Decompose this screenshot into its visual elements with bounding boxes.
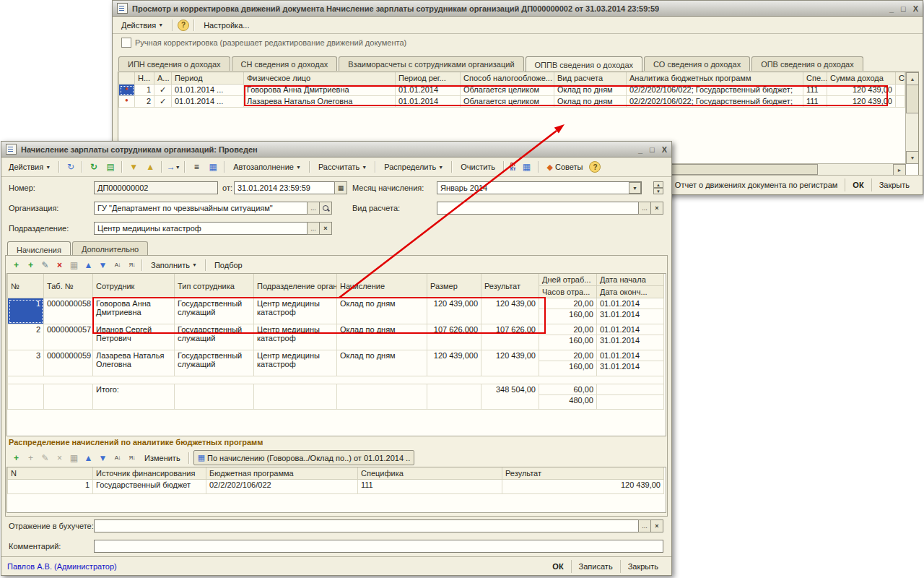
save-button[interactable]: Записать [571, 560, 620, 573]
movements-actions-menu[interactable]: Действия▼ [117, 20, 167, 31]
minimize-icon[interactable]: _ [638, 145, 642, 154]
move-down-icon[interactable]: ▼ [97, 259, 109, 272]
maximize-icon[interactable]: □ [901, 4, 906, 13]
record-mark-icon[interactable]: ● [119, 85, 135, 96]
dist-add-row-icon[interactable]: + [10, 452, 22, 465]
month-spin-up-icon[interactable]: ▲ [653, 181, 663, 188]
dist-edit-row-icon[interactable]: ✎ [39, 452, 51, 465]
fill-in-icon[interactable]: ▼ [126, 160, 141, 173]
dist-sort-asc-icon[interactable]: А↓ [111, 452, 123, 465]
manual-correction-checkbox[interactable] [121, 38, 131, 48]
dist-copy-row-icon[interactable]: + [25, 452, 37, 465]
calendar-icon[interactable]: ▦ [334, 181, 347, 194]
save-rows-icon[interactable]: ▦ [68, 259, 80, 272]
help-icon[interactable]: ? [589, 161, 601, 173]
tab-sn[interactable]: СН сведения о доходах [232, 56, 338, 71]
minimize-icon[interactable]: _ [889, 4, 894, 13]
dist-filter-button[interactable]: ▦ По начислению (Говорова../Оклад по..) … [193, 450, 415, 465]
clear-button[interactable]: Очистить [456, 160, 500, 174]
document-titlebar[interactable]: Начисление зарплаты сотрудникам организа… [1, 142, 671, 158]
refresh-icon[interactable]: ↻ [87, 160, 101, 173]
tab-opv[interactable]: ОПВ сведения о доходах [751, 56, 863, 71]
close-icon[interactable]: X [662, 145, 667, 154]
ok-button[interactable]: ОК [545, 560, 570, 573]
month-spin-down-icon[interactable]: ▼ [653, 188, 663, 194]
month-dropdown-icon[interactable]: ▼ [629, 182, 641, 194]
edit-row-icon[interactable]: ✎ [39, 259, 51, 272]
scroll-thumb[interactable] [906, 85, 919, 113]
scroll-down-icon[interactable]: ▼ [906, 151, 919, 164]
structure-icon[interactable]: ≡ [189, 160, 204, 173]
list-settings-icon[interactable]: ▦ [206, 160, 220, 173]
help-icon[interactable]: ? [178, 20, 189, 31]
tips-button[interactable]: ◆ Советы [543, 160, 588, 175]
copy-document-icon[interactable]: ▤ [103, 160, 118, 173]
accruals-row-2[interactable]: 2 0000000057 Иванов Сергей Петрович Госу… [8, 324, 664, 335]
close-button[interactable]: Закрыть [620, 560, 666, 573]
movements-ok-button[interactable]: ОК [845, 178, 871, 191]
distribution-row-1[interactable]: 1 Государственный бюджет 02/2/202/106/02… [8, 480, 664, 494]
tab-ipn[interactable]: ИПН сведения о доходах [118, 56, 230, 71]
department-clear-icon[interactable]: × [319, 222, 332, 235]
tab-so[interactable]: СО сведения о доходах [644, 56, 750, 71]
tab-nachisleniya[interactable]: Начисления [7, 241, 71, 256]
movements-row-1[interactable]: ● 1 ✓ 01.01.2014 ... Говорова Анна Дмитр… [119, 85, 905, 96]
calc-kind-choose-button[interactable]: ... [638, 202, 651, 215]
scroll-up-icon[interactable]: ▲ [906, 72, 919, 85]
dist-save-rows-icon[interactable]: ▦ [68, 452, 80, 465]
movements-settings-menu[interactable]: Настройка... [199, 20, 253, 31]
move-up-icon[interactable]: ▲ [82, 259, 95, 272]
calculate-button[interactable]: Рассчитать▼ [314, 160, 371, 174]
dist-delete-row-icon[interactable]: × [53, 452, 66, 465]
organization-input[interactable]: ГУ "Департамент по чрезвычайным ситуация… [94, 202, 308, 215]
dist-sort-desc-icon[interactable]: Я↓ [126, 452, 138, 465]
movements-titlebar[interactable]: Просмотр и корректировка движений докуме… [113, 1, 923, 17]
organization-choose-button[interactable]: ... [307, 202, 320, 215]
month-combo[interactable]: Январь 2014 [437, 181, 642, 194]
current-user[interactable]: Павлов А.В. (Администратор) [7, 562, 117, 571]
record-mark-icon[interactable]: ● [119, 96, 135, 108]
active-check-icon[interactable]: ✓ [154, 96, 172, 108]
active-check-icon[interactable]: ✓ [154, 85, 172, 96]
add-row-icon[interactable]: + [10, 259, 22, 272]
dist-change-button[interactable]: Изменить [140, 451, 185, 465]
department-input[interactable]: Центр медицины катастроф [94, 222, 308, 235]
organization-open-button[interactable] [319, 202, 332, 215]
dist-move-down-icon[interactable]: ▼ [97, 452, 109, 465]
scroll-right-icon[interactable]: ► [893, 164, 906, 176]
maximize-icon[interactable]: □ [650, 145, 655, 154]
pick-button[interactable]: Подбор [210, 258, 247, 272]
document-actions-menu[interactable]: Действия▼ [4, 160, 55, 174]
fill-button[interactable]: Заполнить▼ [147, 258, 201, 272]
movements-row-2[interactable]: ● 2 ✓ 01.01.2014 ... Лазарева Наталья Ол… [119, 96, 905, 108]
vertical-scrollbar[interactable]: ▲ ▼ [905, 72, 918, 164]
department-choose-button[interactable]: ... [307, 222, 320, 235]
distribute-button[interactable]: Распределить▼ [380, 160, 448, 174]
movements-report-button[interactable]: Отчет о движениях документа по регистрам [668, 178, 845, 191]
accounting-clear-icon[interactable]: × [650, 519, 663, 532]
sort-asc-icon[interactable]: А↓ [111, 259, 123, 272]
go-to-icon[interactable]: →▼ [166, 160, 180, 173]
tab-dopolnitelno[interactable]: Дополнительно [72, 241, 148, 256]
register-report-icon[interactable]: ▦ [520, 160, 534, 173]
accruals-row-1[interactable]: 1 0000000058 Говорова Анна Дмитриевна Го… [8, 298, 664, 309]
number-input[interactable]: ДП000000002 [94, 181, 218, 194]
accounting-choose-button[interactable]: ... [638, 519, 651, 532]
dtkt-icon[interactable]: ДтКт [508, 163, 517, 171]
calc-kind-input[interactable] [437, 202, 639, 215]
delete-row-icon[interactable]: × [53, 259, 66, 272]
autofill-button[interactable]: Автозаполнение▼ [229, 160, 305, 174]
close-icon[interactable]: X [913, 4, 918, 13]
date-input[interactable]: 31.01.2014 23:59:59 [234, 181, 335, 194]
tab-vzaimoraschety[interactable]: Взаиморасчеты с сотрудниками организаций [339, 56, 523, 71]
movements-close-button[interactable]: Закрыть [871, 178, 917, 191]
reread-icon[interactable]: ↻ [64, 160, 78, 173]
sort-desc-icon[interactable]: Я↓ [126, 259, 138, 272]
dist-move-up-icon[interactable]: ▲ [82, 452, 95, 465]
tab-oppv[interactable]: ОППВ сведения о доходах [526, 56, 643, 72]
accruals-row-3[interactable]: 3 0000000059 Лазарева Наталья Олеговна Г… [8, 350, 664, 361]
calc-kind-clear-icon[interactable]: × [650, 202, 663, 215]
comment-input[interactable] [94, 540, 663, 553]
copy-row-icon[interactable]: + [25, 259, 37, 272]
accounting-input[interactable] [94, 519, 639, 532]
